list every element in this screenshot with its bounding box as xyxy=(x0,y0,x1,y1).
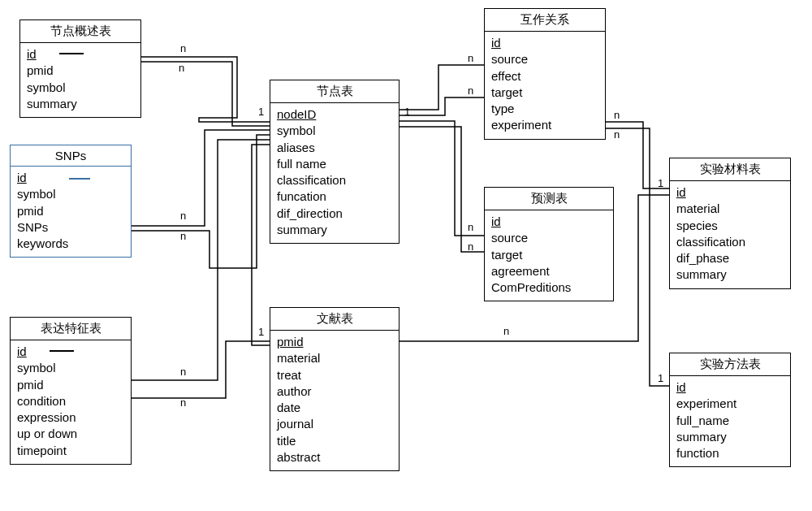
table-title: 实验方法表 xyxy=(670,353,790,376)
field: summary xyxy=(676,266,784,283)
table-title: 互作关系 xyxy=(485,9,605,32)
field: ComPreditions xyxy=(491,279,607,296)
field: summary xyxy=(27,96,134,112)
field: type xyxy=(491,101,598,117)
table-title: SNPs xyxy=(11,145,131,167)
table-title: 表达特征表 xyxy=(11,318,131,340)
field: source xyxy=(491,230,607,246)
field: pmid xyxy=(17,203,124,219)
card-n: n xyxy=(180,210,186,222)
field: pmid xyxy=(27,63,134,79)
field: symbol xyxy=(17,360,124,376)
table-body: pmid material treat author date journal … xyxy=(270,331,399,470)
field: target xyxy=(491,84,598,101)
field: keywords xyxy=(17,236,124,252)
card-n: n xyxy=(468,84,473,97)
field: symbol xyxy=(27,80,134,96)
table-interaction: 互作关系 id source effect target type experi… xyxy=(484,8,606,140)
field: symbol xyxy=(17,186,124,202)
card-n: n xyxy=(503,325,509,337)
field-pk: pmid xyxy=(277,334,392,350)
field: classification xyxy=(277,172,392,188)
card-1: 1 xyxy=(258,326,264,338)
table-body: nodeID symbol aliases full name classifi… xyxy=(270,103,399,243)
field: summary xyxy=(676,429,784,445)
field: author xyxy=(277,383,392,400)
field: pmid xyxy=(17,377,124,393)
table-title: 实验材料表 xyxy=(670,158,790,181)
table-body: id material species classification dif_p… xyxy=(670,181,790,288)
table-body: id source target agreement ComPreditions xyxy=(485,210,613,301)
field: symbol xyxy=(277,123,392,139)
field-pk: id xyxy=(491,35,598,51)
field: effect xyxy=(491,68,598,84)
field: expression xyxy=(17,409,124,426)
card-n: n xyxy=(180,366,186,378)
table-node: 节点表 nodeID symbol aliases full name clas… xyxy=(270,80,400,244)
card-n: n xyxy=(468,52,473,64)
field: experiment xyxy=(676,396,784,412)
field: function xyxy=(676,445,784,461)
field: abstract xyxy=(277,449,392,466)
card-1: 1 xyxy=(658,372,663,384)
field: dif_phase xyxy=(676,250,784,266)
field: timepoint xyxy=(17,443,124,459)
table-body: id symbol pmid condition expression up o… xyxy=(11,340,131,464)
table-node-summary: 节点概述表 id pmid symbol summary xyxy=(19,19,141,118)
field: agreement xyxy=(491,263,607,279)
field-pk: id xyxy=(676,379,784,396)
table-material: 实验材料表 id material species classification… xyxy=(669,158,791,289)
table-body: id pmid symbol summary xyxy=(20,43,140,117)
card-n: n xyxy=(180,230,186,242)
table-prediction: 预测表 id source target agreement ComPredit… xyxy=(484,187,614,301)
field: aliases xyxy=(277,140,392,156)
table-body: id source effect target type experiment xyxy=(485,32,605,139)
field: species xyxy=(676,218,784,234)
field: SNPs xyxy=(17,219,124,236)
table-method: 实验方法表 id experiment full_name summary fu… xyxy=(669,353,791,467)
table-title: 节点表 xyxy=(270,80,399,103)
table-title: 文献表 xyxy=(270,308,399,331)
table-title: 预测表 xyxy=(485,188,613,210)
field: target xyxy=(491,247,607,263)
field-pk: id xyxy=(676,184,784,201)
field: source xyxy=(491,51,598,67)
field: full_name xyxy=(676,413,784,429)
field: journal xyxy=(277,416,392,432)
field: summary xyxy=(277,222,392,238)
table-expression-feature: 表达特征表 id symbol pmid condition expressio… xyxy=(10,317,132,465)
field: material xyxy=(277,350,392,366)
card-n: n xyxy=(468,240,473,253)
field-pk: id xyxy=(27,46,134,63)
card-n: n xyxy=(468,221,473,233)
field: up or down xyxy=(17,426,124,442)
field: full name xyxy=(277,156,392,172)
card-n: n xyxy=(180,42,186,54)
field: dif_direction xyxy=(277,206,392,222)
card-n: n xyxy=(614,109,620,121)
table-literature: 文献表 pmid material treat author date jour… xyxy=(270,307,400,471)
field: treat xyxy=(277,367,392,383)
card-1: 1 xyxy=(658,177,663,189)
field-pk: nodeID xyxy=(277,106,392,123)
field: material xyxy=(676,201,784,217)
table-snps: SNPs id symbol pmid SNPs keywords xyxy=(10,145,132,258)
field: funcation xyxy=(277,188,392,205)
field: classification xyxy=(676,234,784,250)
table-body: id symbol pmid SNPs keywords xyxy=(11,167,131,257)
field: date xyxy=(277,400,392,416)
field-pk: id xyxy=(17,344,124,360)
card-n: n xyxy=(180,396,186,409)
card-1: 1 xyxy=(404,106,410,118)
card-n: n xyxy=(179,62,184,74)
table-title: 节点概述表 xyxy=(20,20,140,43)
field: experiment xyxy=(491,117,598,133)
card-n: n xyxy=(614,128,620,141)
card-1: 1 xyxy=(258,106,264,118)
field: condition xyxy=(17,393,124,409)
field-pk: id xyxy=(491,214,607,230)
table-body: id experiment full_name summary function xyxy=(670,376,790,466)
field: title xyxy=(277,433,392,449)
